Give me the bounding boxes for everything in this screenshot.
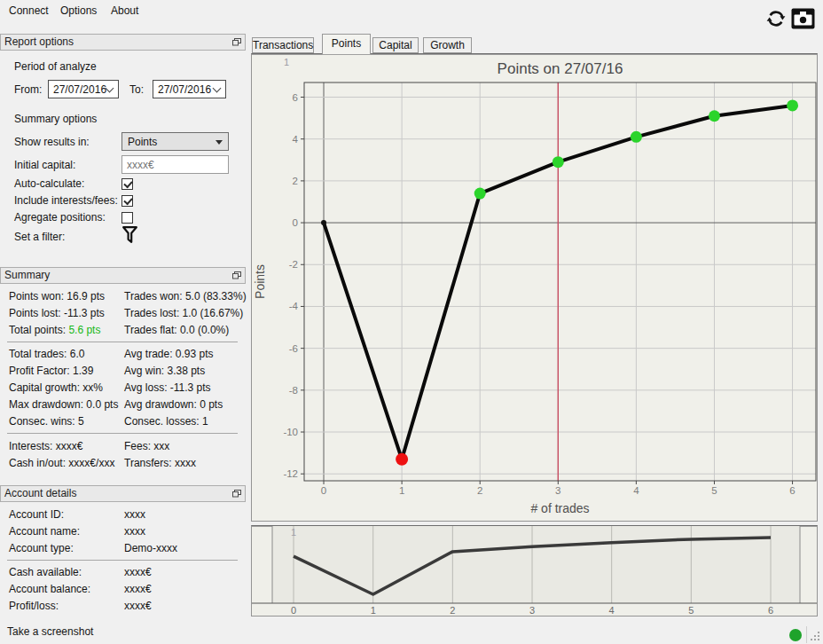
clipped-axis-label: 1	[284, 57, 289, 67]
svg-text:3: 3	[555, 485, 560, 496]
data-point	[553, 156, 564, 168]
svg-text:5: 5	[711, 485, 717, 496]
initial-capital-input[interactable]	[121, 155, 229, 174]
row-right: Fees: xxx	[124, 438, 169, 455]
from-label: From:	[14, 83, 42, 96]
row-left: Consec. wins: 5	[9, 413, 84, 430]
agregate-positions-checkbox[interactable]	[121, 212, 133, 224]
summary-title: Summary	[4, 269, 50, 281]
screenshot-button[interactable]	[791, 8, 815, 29]
row-left: Total trades: 6.0	[9, 346, 84, 363]
tab-capital[interactable]: Capital	[372, 37, 419, 53]
chart-title: Points on 27/07/16	[498, 60, 623, 77]
svg-text:2: 2	[293, 176, 298, 186]
tab-growth[interactable]: Growth	[423, 37, 472, 53]
overview-tick-label: 0	[291, 605, 296, 616]
row-left: Account type:	[9, 540, 74, 557]
row-left: Cash in/out: xxxx€/xxx	[9, 455, 114, 472]
float-panel-button[interactable]	[232, 271, 241, 279]
data-point	[631, 131, 642, 143]
overview-tick-label: 4	[609, 605, 615, 616]
overview-tick-label: 1	[371, 605, 376, 616]
svg-text:4: 4	[633, 485, 639, 496]
chevron-down-icon[interactable]	[213, 84, 222, 93]
svg-text:2: 2	[477, 485, 482, 496]
data-row: Account balance:xxxx€	[0, 581, 246, 598]
data-row: Max drawdown: 0.0 ptsAvg drawdown: 0 pts	[0, 397, 246, 413]
separator	[7, 342, 238, 342]
data-row: Cash available:xxxx€	[0, 564, 246, 581]
data-point	[396, 453, 408, 466]
svg-text:-4: -4	[289, 301, 299, 311]
statusbar-separator	[806, 626, 807, 643]
svg-text:6: 6	[789, 485, 795, 496]
row-right: xxxx	[124, 507, 145, 523]
row-left: Points lost: -11.3 pts	[9, 305, 105, 322]
filter-button[interactable]	[122, 226, 137, 244]
tab-transactions[interactable]: Transactions	[252, 37, 314, 53]
data-row: Account type:Demo-xxxx	[0, 540, 246, 557]
account-group-identity: Account ID:xxxxAccount name:xxxxAccount …	[0, 507, 246, 557]
tab-points[interactable]: Points	[322, 34, 371, 54]
data-point	[787, 99, 798, 111]
auto-calculate-checkbox[interactable]	[121, 178, 133, 190]
to-date-field[interactable]: 27/07/2016	[153, 80, 226, 98]
camera-icon	[791, 8, 815, 29]
float-panel-icon	[232, 38, 241, 46]
app-window: { "menu": { "items": ["Connect", "Option…	[0, 0, 823, 644]
filter-funnel-icon	[122, 226, 137, 244]
data-row: Points lost: -11.3 ptsTrades lost: 1.0 (…	[0, 305, 246, 322]
window-resize-grip[interactable]	[809, 629, 821, 642]
separator	[7, 560, 238, 561]
overview-tick-label: 6	[768, 605, 773, 616]
row-left: Account name:	[9, 523, 80, 540]
from-date-field[interactable]: 27/07/2016	[48, 80, 119, 98]
row-left: Total points: 5.6 pts	[9, 322, 100, 339]
overview-tick-label: 2	[450, 605, 455, 616]
set-filter-label: Set a filter:	[14, 231, 65, 243]
period-of-analyze-label: Period of analyze	[14, 60, 97, 73]
menu-options[interactable]: Options	[57, 3, 100, 19]
y-axis-label: Points	[253, 264, 267, 299]
to-label: To:	[129, 83, 144, 96]
row-left: Interests: xxxx€	[9, 438, 82, 455]
data-row: Capital growth: xx%Avg loss: -11.3 pts	[0, 380, 246, 397]
svg-text:-12: -12	[283, 468, 298, 479]
accent-value: 5.6 pts	[68, 324, 100, 336]
include-interests-checkbox[interactable]	[121, 195, 133, 207]
axis-ticks: 01234566420-2-4-6-8-10-12	[283, 92, 795, 496]
menu-connect[interactable]: Connect	[5, 3, 52, 19]
row-left: Max drawdown: 0.0 pts	[9, 397, 118, 413]
include-interests-label: Include interests/fees:	[14, 194, 118, 207]
data-row: Profit/loss:xxxx€	[0, 598, 246, 615]
dropdown-arrow-icon	[216, 140, 223, 145]
report-options-header: Report options	[0, 34, 246, 51]
refresh-icon	[765, 8, 787, 29]
row-left: Profit/loss:	[9, 598, 59, 615]
connection-status-icon	[789, 629, 802, 641]
clipped-axis-label: 1	[291, 527, 296, 538]
report-options-title: Report options	[4, 35, 74, 48]
refresh-button[interactable]	[765, 8, 787, 29]
row-right: Trades flat: 0.0 (0.0%)	[124, 322, 229, 339]
row-left: Account balance:	[9, 581, 90, 598]
row-right: Avg win: 3.38 pts	[124, 363, 205, 380]
float-panel-button[interactable]	[232, 38, 241, 46]
summary-header: Summary	[0, 267, 246, 284]
summary-group-stats: Total trades: 6.0Avg trade: 0.93 ptsProf…	[0, 346, 246, 430]
statusbar-message: Take a screenshot	[7, 625, 93, 638]
svg-text:0: 0	[321, 485, 326, 496]
show-results-dropdown[interactable]: Points	[121, 132, 229, 151]
from-date-value: 27/07/2016	[53, 83, 106, 96]
row-right: Trades lost: 1.0 (16.67%)	[124, 305, 243, 322]
menu-about[interactable]: About	[107, 3, 142, 19]
overview-chart-panel: 012345601	[251, 525, 818, 617]
plot-border	[304, 82, 816, 481]
agregate-positions-label: Agregate positions:	[14, 211, 106, 224]
row-left: Points won: 16.9 pts	[9, 288, 105, 305]
row-left: Cash available:	[9, 564, 82, 581]
row-right: xxxx	[124, 523, 145, 540]
row-right: xxxx€	[124, 598, 152, 615]
float-panel-button[interactable]	[232, 490, 241, 498]
show-results-value: Points	[128, 136, 157, 148]
